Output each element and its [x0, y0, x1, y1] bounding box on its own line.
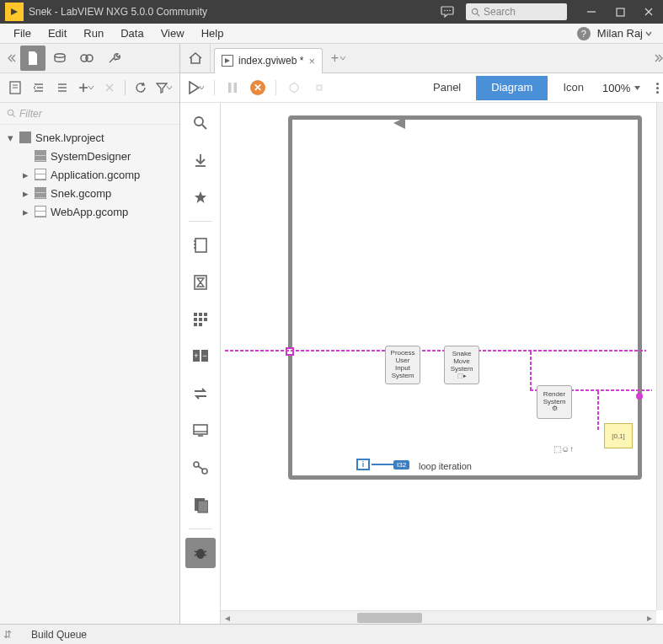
- scroll-thumb[interactable]: [357, 613, 423, 623]
- grid-tool-icon[interactable]: [185, 304, 216, 335]
- expand-right-icon[interactable]: [650, 53, 663, 63]
- diagram-canvas[interactable]: Process User Input System Snake Move Sys…: [221, 103, 663, 624]
- svg-text:+: +: [194, 352, 198, 360]
- menu-help[interactable]: Help: [193, 27, 233, 40]
- window-title: Snek - LabVIEW NXG 5.0.0 Community: [29, 6, 207, 18]
- menu-view[interactable]: View: [152, 27, 193, 40]
- tree-item-application[interactable]: ▸ Application.gcomp: [0, 165, 179, 184]
- cluster-icon: ⬚☺↑: [553, 444, 574, 453]
- files-tab-icon[interactable]: [20, 46, 45, 71]
- loop-arrow-icon: [393, 117, 405, 129]
- refresh-icon[interactable]: [129, 76, 152, 99]
- editor-area: index.gviweb * × + ✕ Panel Diagram Icon …: [180, 44, 663, 624]
- pin-icon[interactable]: ⇵: [3, 629, 17, 641]
- iteration-terminal[interactable]: i: [356, 459, 370, 470]
- svg-text:−: −: [202, 352, 206, 360]
- retain-button: [308, 77, 330, 99]
- tree-root[interactable]: ▾ Snek.lvproject: [0, 128, 179, 147]
- svg-line-36: [321, 89, 323, 91]
- scroll-left-icon[interactable]: ◂: [221, 611, 234, 625]
- expand-icon[interactable]: ▸: [20, 206, 30, 218]
- collapse-icon[interactable]: ▾: [5, 131, 15, 144]
- svg-line-67: [204, 551, 206, 552]
- maximize-button[interactable]: [606, 0, 634, 24]
- status-bar: ⇵ Build Queue: [0, 624, 663, 644]
- debug-tool-icon[interactable]: [185, 538, 216, 568]
- zoom-control[interactable]: 100%: [602, 82, 646, 94]
- targets-tab-icon[interactable]: [74, 46, 99, 71]
- add-icon[interactable]: [74, 76, 98, 99]
- monitor-tool-icon[interactable]: [185, 416, 216, 446]
- tree-item-webapp[interactable]: ▸ WebApp.gcomp: [0, 202, 179, 221]
- node-process-user-input[interactable]: Process User Input System: [385, 346, 420, 384]
- feedback-icon[interactable]: [437, 2, 457, 22]
- node-snake-move[interactable]: Snake Move System⬚▸: [444, 346, 479, 384]
- more-options-icon[interactable]: [650, 83, 663, 94]
- user-menu[interactable]: ? Milan Raj: [577, 27, 658, 40]
- connection-tool-icon[interactable]: [185, 453, 216, 483]
- timing-tool-icon[interactable]: [185, 267, 216, 298]
- vertical-scrollbar[interactable]: [656, 103, 663, 610]
- loop-tunnel[interactable]: [286, 347, 294, 356]
- svg-rect-27: [228, 83, 232, 93]
- system-icon: [34, 149, 47, 163]
- tree-item-label: SystemDesigner: [51, 150, 131, 163]
- collapse-left-icon[interactable]: [3, 53, 19, 63]
- menu-file[interactable]: File: [5, 27, 40, 40]
- node-render-system[interactable]: Render System⚙: [537, 385, 572, 419]
- filter-icon[interactable]: [152, 76, 176, 99]
- indent-icon[interactable]: [51, 76, 74, 99]
- svg-point-11: [86, 55, 93, 62]
- svg-point-2: [449, 10, 451, 12]
- tree-item-label: Snek.gcomp: [51, 187, 111, 200]
- menu-data[interactable]: Data: [112, 27, 152, 40]
- filter-input[interactable]: Filter: [0, 103, 179, 125]
- tree-item-snek[interactable]: ▸ Snek.gcomp: [0, 184, 179, 202]
- run-button[interactable]: [185, 77, 207, 99]
- outdent-icon[interactable]: [27, 76, 51, 99]
- svg-line-26: [13, 115, 15, 117]
- view-tab-diagram[interactable]: Diagram: [476, 76, 548, 100]
- tool-palette: +−: [180, 103, 221, 624]
- favorite-tool-icon[interactable]: [185, 182, 216, 212]
- chevron-down-icon: [644, 30, 653, 38]
- pause-button: [222, 77, 243, 99]
- svg-point-32: [317, 85, 322, 90]
- tree-item-systemdesigner[interactable]: SystemDesigner: [0, 147, 179, 165]
- view-tab-panel[interactable]: Panel: [418, 76, 476, 100]
- tree-root-label: Snek.lvproject: [35, 131, 104, 144]
- filter-placeholder: Filter: [19, 108, 42, 120]
- home-button[interactable]: [180, 44, 211, 73]
- tab-close-icon[interactable]: ×: [308, 55, 315, 67]
- close-button[interactable]: [634, 0, 663, 24]
- minimize-button[interactable]: [577, 0, 606, 24]
- tab-index-gviweb[interactable]: index.gviweb * ×: [214, 48, 323, 73]
- build-queue-button[interactable]: Build Queue: [25, 626, 93, 643]
- while-loop-structure[interactable]: Process User Input System Snake Move Sys…: [288, 115, 642, 480]
- svg-rect-51: [204, 318, 207, 321]
- left-toolbar: [0, 44, 179, 73]
- tools-tab-icon[interactable]: [101, 46, 126, 71]
- download-tool-icon[interactable]: [185, 145, 216, 175]
- horizontal-scrollbar[interactable]: ◂ ▸: [221, 610, 656, 624]
- notebook-tool-icon[interactable]: [185, 230, 216, 260]
- menu-edit[interactable]: Edit: [40, 27, 75, 40]
- swap-tool-icon[interactable]: [185, 378, 216, 409]
- menu-run[interactable]: Run: [75, 27, 112, 40]
- node-array-indicator[interactable]: [0,1]: [604, 423, 633, 448]
- add-tab-button[interactable]: +: [328, 51, 350, 66]
- search-tool-icon[interactable]: [185, 108, 216, 138]
- math-tool-icon[interactable]: +−: [185, 341, 216, 372]
- new-file-icon[interactable]: [3, 76, 27, 99]
- svg-line-38: [202, 125, 206, 129]
- expand-icon[interactable]: ▸: [20, 169, 30, 181]
- abort-button[interactable]: ✕: [247, 77, 269, 99]
- view-tab-icon[interactable]: Icon: [548, 76, 599, 100]
- clipboard-tool-icon[interactable]: [185, 490, 216, 520]
- scroll-right-icon[interactable]: ▸: [643, 611, 656, 625]
- loop-terminal[interactable]: [636, 393, 643, 400]
- component-icon: [34, 205, 47, 218]
- links-tab-icon[interactable]: [47, 46, 72, 71]
- expand-icon[interactable]: ▸: [20, 187, 30, 200]
- search-input[interactable]: Search: [466, 3, 567, 20]
